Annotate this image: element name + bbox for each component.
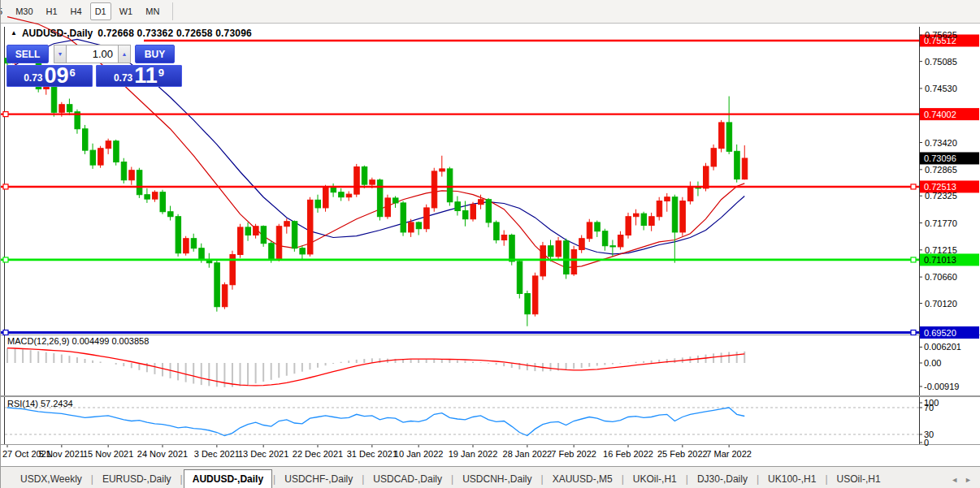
candle — [479, 200, 484, 205]
time-tick-label: 7 Feb 2022 — [551, 449, 596, 459]
time-tick-label: 19 Jan 2022 — [449, 449, 498, 459]
rsi-label: RSI(14) 57.2434 — [7, 399, 73, 408]
sell-price-button[interactable]: 0.73 09 6 — [7, 65, 93, 87]
candle — [440, 169, 445, 171]
candle — [587, 222, 592, 239]
volume-input[interactable]: 1.00 — [67, 45, 118, 63]
time-tick-label: 24 Nov 2021 — [137, 449, 188, 459]
tab-usdx-weekly[interactable]: USDX,Weekly — [12, 471, 90, 488]
price-tick-label: 0.75085 — [925, 57, 957, 67]
trade-controls-row: SELL ▼ 1.00 ▲ BUY — [7, 45, 183, 63]
volume-decrease-icon[interactable]: ▼ — [54, 45, 67, 63]
chart-title: ▲ AUDUSD-,Daily 0.72668 0.73362 0.72658 … — [11, 28, 252, 39]
candle — [51, 85, 57, 113]
candle — [726, 123, 732, 151]
candle — [532, 276, 538, 314]
time-tick-label: 25 Feb 2022 — [657, 449, 708, 459]
candle — [284, 222, 290, 227]
candle — [462, 211, 468, 219]
tab-eurusd-daily[interactable]: EURUSD-,Daily — [94, 471, 180, 488]
sell-price-sup: 6 — [70, 67, 76, 79]
candle — [245, 227, 251, 235]
rsi-name: RSI(14) 57.2434 — [7, 399, 73, 408]
tab-scroll-left-icon[interactable]: ◄ — [951, 476, 958, 484]
ohlc-values: 0.72668 0.73362 0.72658 0.73096 — [98, 28, 252, 39]
buy-price-prefix: 0.73 — [114, 72, 132, 84]
candle — [486, 200, 492, 222]
tab-usoil-h1[interactable]: USOil-,H1 — [829, 471, 889, 488]
price-tick-label: 0.71770 — [925, 218, 957, 228]
macd-label: MACD(12,26,9) 0.004499 0.003858 — [7, 336, 149, 346]
tab-xauusd-m5[interactable]: XAUUSD-,M5 — [544, 471, 621, 488]
collapse-icon[interactable]: ▲ — [11, 30, 17, 37]
buy-button[interactable]: BUY — [135, 45, 175, 63]
candle — [377, 180, 383, 217]
price-line-badge-label: 0.72513 — [924, 182, 956, 192]
candle — [711, 149, 717, 166]
candle — [184, 239, 189, 253]
candle — [416, 222, 422, 229]
candle — [556, 241, 562, 257]
macd-tick-label: -0.00919 — [924, 382, 959, 391]
candle — [307, 200, 313, 254]
tab-audusd-daily[interactable]: AUDUSD-,Daily — [184, 469, 272, 488]
tab-dj30-daily[interactable]: DJ30-,Daily — [689, 471, 756, 488]
candle — [346, 194, 352, 197]
candle — [401, 203, 406, 232]
buy-price-big: 11 — [134, 66, 158, 86]
price-tick-label: 0.70120 — [925, 299, 957, 309]
macd-name: MACD(12,26,9) — [7, 336, 69, 346]
candle — [168, 212, 174, 217]
time-tick-label: 31 Dec 2021 — [347, 449, 397, 459]
candle — [549, 246, 554, 257]
candle — [160, 192, 166, 212]
sell-button[interactable]: SELL — [7, 45, 49, 63]
candle — [385, 198, 391, 217]
candle — [370, 180, 375, 184]
time-tick-label: 22 Dec 2021 — [293, 449, 343, 459]
candle — [106, 141, 111, 149]
price-tick-label: 0.72325 — [925, 191, 957, 201]
tab-usdcad-daily[interactable]: USDCAD-,Daily — [365, 471, 450, 488]
candle — [517, 261, 523, 294]
price-line-marker — [3, 330, 8, 335]
price-line-marker — [3, 112, 8, 117]
candle — [602, 231, 608, 246]
candle — [269, 244, 275, 259]
macd-tick-label: 0.00 — [924, 358, 941, 368]
candle — [261, 227, 267, 244]
price-line-badge-label: 0.71013 — [924, 255, 956, 265]
candle — [254, 227, 259, 235]
buy-price-button[interactable]: 0.73 11 9 — [96, 65, 182, 87]
candle — [595, 222, 601, 231]
time-tick-label: 15 Nov 2021 — [83, 449, 133, 459]
candle — [315, 200, 321, 208]
tab-scroll-right-icon[interactable]: ► — [965, 476, 972, 484]
candle — [649, 217, 655, 226]
price-tick-label: 0.72865 — [925, 165, 957, 175]
tab-usdchf-daily[interactable]: USDCHF-,Daily — [276, 471, 361, 488]
chart-region[interactable]: 0.755120.740020.725130.710130.695200.756… — [1, 24, 980, 467]
tab-ukoil-h1[interactable]: UKOil-,H1 — [625, 471, 685, 488]
rsi-line — [7, 408, 744, 436]
candle — [742, 158, 748, 179]
candle — [525, 294, 531, 314]
price-tick-label: 0.75625 — [925, 30, 957, 40]
candle — [470, 205, 476, 219]
candle — [152, 192, 158, 199]
candle — [735, 151, 740, 179]
volume-increase-icon[interactable]: ▲ — [118, 45, 131, 63]
candle — [634, 214, 640, 217]
price-line-marker — [911, 257, 916, 262]
price-line-marker — [911, 184, 916, 189]
price-tick-label: 0.71215 — [925, 245, 957, 255]
tab-uk100-h1[interactable]: UK100-,H1 — [760, 471, 824, 488]
candle — [331, 188, 336, 192]
candle — [687, 187, 693, 201]
candle — [129, 171, 135, 180]
price-line-badge-label: 0.69520 — [924, 328, 956, 338]
candle — [510, 235, 515, 261]
time-tick-label: 5 Nov 2021 — [39, 449, 85, 459]
tab-usdcnh-daily[interactable]: USDCNH-,Daily — [454, 471, 540, 488]
candle — [300, 248, 306, 254]
